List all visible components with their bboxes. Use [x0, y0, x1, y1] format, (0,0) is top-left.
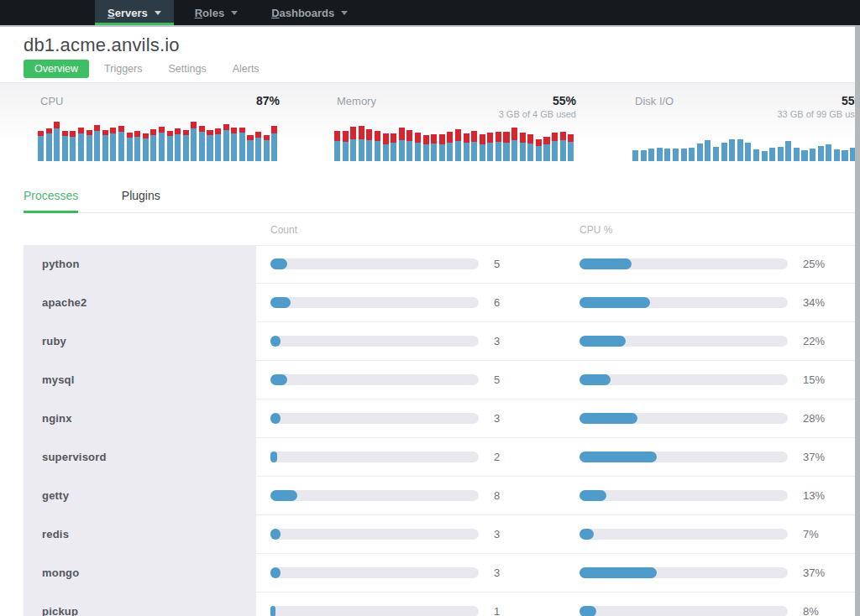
cpu-bar-fill: [579, 606, 596, 616]
chart-bar: [632, 150, 638, 161]
cpu-bar: [579, 452, 788, 462]
chart-bar: [721, 143, 727, 161]
memory-chart-label: Memory: [337, 95, 376, 107]
count-bar: [270, 297, 479, 308]
cpu-bar-fill: [579, 297, 650, 308]
section-tabs: Processes Plugins: [24, 188, 855, 213]
chart-bar: [150, 129, 156, 161]
chart-bar: [183, 130, 189, 161]
chart-bar: [826, 144, 831, 161]
nav-item-roles[interactable]: Roles: [182, 0, 250, 25]
chart-bar: [439, 134, 445, 161]
chart-bar: [167, 131, 173, 161]
process-name: ruby: [42, 322, 66, 361]
chart-bar: [729, 139, 735, 161]
count-bar-fill: [270, 258, 287, 269]
chart-bar: [842, 150, 847, 161]
cpu-percent-value: 34%: [803, 284, 825, 322]
count-value: 3: [494, 515, 500, 554]
cpu-bar-fill: [579, 567, 657, 578]
chart-bar: [62, 131, 68, 161]
chart-bar: [496, 132, 501, 161]
chart-bar: [568, 134, 574, 161]
tab-triggers[interactable]: Triggers: [93, 60, 153, 78]
count-value: 6: [494, 284, 500, 322]
chart-bar: [415, 133, 421, 161]
table-row[interactable]: supervisord237%: [0, 438, 860, 477]
count-bar-fill: [270, 374, 287, 385]
chart-bar: [46, 128, 52, 161]
chart-bar: [745, 143, 751, 161]
table-row[interactable]: pickup18%: [0, 593, 860, 616]
chart-bar: [350, 127, 356, 161]
process-name-cell: ruby: [24, 322, 256, 361]
cpu-bar: [579, 413, 788, 424]
chart-bar: [641, 150, 647, 161]
chart-bar: [78, 128, 84, 161]
table-row[interactable]: python525%: [0, 245, 860, 284]
disk-io-chart: Disk I/O 55% 33 GB of 99 GB used: [632, 82, 860, 161]
cpu-percent-value: 37%: [803, 554, 825, 593]
nav-item-servers[interactable]: Servers: [95, 0, 174, 25]
chart-bar: [713, 147, 719, 161]
cpu-chart: CPU 87%: [38, 82, 280, 161]
disk-io-chart-subtitle: 33 GB of 99 GB used: [777, 109, 860, 119]
memory-chart-bars: [334, 126, 576, 161]
tab-processes[interactable]: Processes: [24, 189, 78, 212]
cpu-bar: [579, 567, 788, 578]
nav-bottom-border: [0, 25, 860, 27]
nav-item-dashboards[interactable]: Dashboards: [259, 0, 360, 25]
table-row[interactable]: apache2634%: [0, 284, 860, 322]
chart-bar: [223, 124, 229, 161]
process-name-cell: redis: [24, 515, 256, 554]
chart-bar: [543, 137, 549, 161]
memory-chart: Memory 55% 3 GB of 4 GB used: [334, 82, 576, 161]
cpu-percent-value: 37%: [803, 438, 825, 477]
chart-bar: [810, 149, 815, 161]
chart-bar: [231, 128, 237, 161]
table-row[interactable]: redis37%: [0, 515, 860, 554]
chart-bar: [359, 126, 364, 161]
count-bar: [270, 529, 479, 540]
process-name: apache2: [42, 284, 87, 322]
chart-bar: [705, 140, 711, 161]
count-value: 5: [494, 361, 500, 399]
window-edge-strip: [855, 25, 860, 616]
count-value: 3: [494, 322, 500, 361]
memory-chart-subtitle: 3 GB of 4 GB used: [499, 109, 576, 119]
chart-bar: [785, 141, 791, 161]
table-row[interactable]: nginx328%: [0, 399, 860, 438]
chart-bar: [406, 130, 412, 161]
chart-bar: [247, 135, 253, 161]
cpu-percent-value: 7%: [803, 515, 819, 554]
cpu-bar: [579, 258, 788, 269]
process-name: mysql: [42, 361, 75, 399]
tab-settings[interactable]: Settings: [157, 60, 217, 78]
tab-plugins[interactable]: Plugins: [122, 189, 160, 212]
process-name: python: [42, 245, 80, 284]
table-row[interactable]: getty813%: [0, 477, 860, 515]
tab-overview[interactable]: Overview: [24, 60, 89, 78]
chart-bar: [834, 149, 840, 161]
chart-bar: [207, 130, 212, 161]
chart-bar: [255, 132, 261, 161]
chevron-down-icon: [231, 11, 238, 15]
chart-bar: [697, 144, 703, 161]
chart-bar: [399, 128, 405, 161]
table-row[interactable]: mongo337%: [0, 554, 860, 593]
chart-bar: [447, 132, 453, 161]
chart-bar: [769, 148, 775, 161]
chart-bar: [431, 134, 437, 161]
count-bar: [270, 374, 479, 385]
cpu-bar: [579, 297, 788, 308]
table-row[interactable]: mysql515%: [0, 361, 860, 399]
cpu-bar: [579, 490, 788, 501]
page-title: db1.acme.anvils.io: [24, 34, 180, 56]
chart-bar: [87, 130, 92, 161]
process-name: supervisord: [42, 438, 107, 477]
tab-alerts[interactable]: Alerts: [222, 60, 270, 78]
chart-bar: [110, 128, 116, 161]
chart-bar: [143, 133, 149, 161]
table-row[interactable]: ruby322%: [0, 322, 860, 361]
process-name-cell: nginx: [24, 399, 256, 438]
